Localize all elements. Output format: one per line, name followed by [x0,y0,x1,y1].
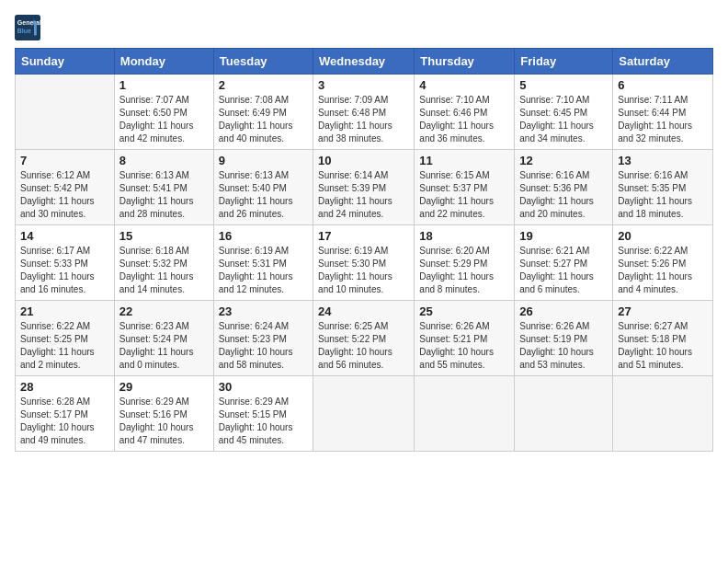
day-info: Sunrise: 6:16 AM Sunset: 5:35 PM Dayligh… [618,169,708,221]
day-number: 20 [618,229,708,243]
calendar-cell: 25Sunrise: 6:26 AM Sunset: 5:21 PM Dayli… [415,301,515,376]
day-info: Sunrise: 7:09 AM Sunset: 6:48 PM Dayligh… [318,94,409,145]
logo: General Blue [15,15,44,40]
day-info: Sunrise: 6:27 AM Sunset: 5:18 PM Dayligh… [618,320,708,372]
calendar-cell [613,376,713,452]
day-info: Sunrise: 6:28 AM Sunset: 5:17 PM Dayligh… [20,396,109,447]
calendar-cell [16,75,115,150]
calendar-week-row: 7Sunrise: 6:12 AM Sunset: 5:42 PM Daylig… [16,150,713,225]
day-number: 3 [318,78,409,92]
calendar-cell: 5Sunrise: 7:10 AM Sunset: 6:45 PM Daylig… [515,75,613,150]
day-info: Sunrise: 6:22 AM Sunset: 5:25 PM Dayligh… [20,320,109,372]
day-number: 29 [119,380,209,394]
day-info: Sunrise: 6:29 AM Sunset: 5:15 PM Dayligh… [219,396,308,447]
day-number: 15 [119,229,209,243]
day-number: 24 [318,304,409,318]
calendar-header-monday: Monday [114,49,213,75]
day-info: Sunrise: 7:08 AM Sunset: 6:49 PM Dayligh… [219,94,308,145]
day-number: 9 [219,154,308,167]
calendar-cell: 17Sunrise: 6:19 AM Sunset: 5:30 PM Dayli… [313,225,415,301]
day-info: Sunrise: 6:18 AM Sunset: 5:32 PM Dayligh… [119,245,209,296]
calendar-cell: 28Sunrise: 6:28 AM Sunset: 5:17 PM Dayli… [16,376,115,452]
day-number: 13 [618,154,708,167]
calendar-header-wednesday: Wednesday [313,49,415,75]
calendar-header-thursday: Thursday [415,49,515,75]
day-info: Sunrise: 7:10 AM Sunset: 6:45 PM Dayligh… [519,94,608,145]
calendar-cell: 23Sunrise: 6:24 AM Sunset: 5:23 PM Dayli… [213,301,313,376]
day-number: 7 [20,154,109,167]
day-info: Sunrise: 6:14 AM Sunset: 5:39 PM Dayligh… [318,169,409,221]
calendar-cell: 16Sunrise: 6:19 AM Sunset: 5:31 PM Dayli… [213,225,313,301]
day-number: 25 [419,304,509,318]
calendar-cell [415,376,515,452]
day-number: 23 [219,304,308,318]
calendar-table: SundayMondayTuesdayWednesdayThursdayFrid… [15,48,713,452]
day-number: 10 [318,154,409,167]
calendar-cell: 18Sunrise: 6:20 AM Sunset: 5:29 PM Dayli… [415,225,515,301]
calendar-cell: 4Sunrise: 7:10 AM Sunset: 6:46 PM Daylig… [415,75,515,150]
calendar-cell: 27Sunrise: 6:27 AM Sunset: 5:18 PM Dayli… [613,301,713,376]
calendar-cell: 12Sunrise: 6:16 AM Sunset: 5:36 PM Dayli… [515,150,613,225]
day-number: 14 [20,229,109,243]
calendar-cell: 21Sunrise: 6:22 AM Sunset: 5:25 PM Dayli… [16,301,115,376]
day-info: Sunrise: 6:15 AM Sunset: 5:37 PM Dayligh… [419,169,509,221]
calendar-header-sunday: Sunday [16,49,115,75]
day-info: Sunrise: 6:29 AM Sunset: 5:16 PM Dayligh… [119,396,209,447]
calendar-cell: 20Sunrise: 6:22 AM Sunset: 5:26 PM Dayli… [613,225,713,301]
calendar-week-row: 14Sunrise: 6:17 AM Sunset: 5:33 PM Dayli… [16,225,713,301]
day-number: 17 [318,229,409,243]
day-info: Sunrise: 6:26 AM Sunset: 5:19 PM Dayligh… [519,320,608,372]
day-info: Sunrise: 7:11 AM Sunset: 6:44 PM Dayligh… [618,94,708,145]
day-number: 30 [219,380,308,394]
day-info: Sunrise: 6:26 AM Sunset: 5:21 PM Dayligh… [419,320,509,372]
day-number: 18 [419,229,509,243]
day-info: Sunrise: 7:07 AM Sunset: 6:50 PM Dayligh… [119,94,209,145]
header: General Blue [15,15,713,40]
calendar-cell: 22Sunrise: 6:23 AM Sunset: 5:24 PM Dayli… [114,301,213,376]
calendar-cell: 11Sunrise: 6:15 AM Sunset: 5:37 PM Dayli… [415,150,515,225]
day-info: Sunrise: 6:19 AM Sunset: 5:30 PM Dayligh… [318,245,409,296]
day-info: Sunrise: 6:13 AM Sunset: 5:40 PM Dayligh… [219,169,308,221]
calendar-cell: 26Sunrise: 6:26 AM Sunset: 5:19 PM Dayli… [515,301,613,376]
calendar-cell: 24Sunrise: 6:25 AM Sunset: 5:22 PM Dayli… [313,301,415,376]
calendar-cell: 8Sunrise: 6:13 AM Sunset: 5:41 PM Daylig… [114,150,213,225]
calendar-cell: 13Sunrise: 6:16 AM Sunset: 5:35 PM Dayli… [613,150,713,225]
calendar-week-row: 21Sunrise: 6:22 AM Sunset: 5:25 PM Dayli… [16,301,713,376]
calendar-cell: 30Sunrise: 6:29 AM Sunset: 5:15 PM Dayli… [213,376,313,452]
day-number: 5 [519,78,608,92]
calendar-cell: 7Sunrise: 6:12 AM Sunset: 5:42 PM Daylig… [16,150,115,225]
day-info: Sunrise: 6:23 AM Sunset: 5:24 PM Dayligh… [119,320,209,372]
calendar-cell: 15Sunrise: 6:18 AM Sunset: 5:32 PM Dayli… [114,225,213,301]
day-number: 21 [20,304,109,318]
day-info: Sunrise: 7:10 AM Sunset: 6:46 PM Dayligh… [419,94,509,145]
day-number: 28 [20,380,109,394]
day-number: 12 [519,154,608,167]
day-number: 8 [119,154,209,167]
svg-text:Blue: Blue [17,28,31,34]
calendar-cell: 19Sunrise: 6:21 AM Sunset: 5:27 PM Dayli… [515,225,613,301]
day-number: 11 [419,154,509,167]
calendar-cell [313,376,415,452]
day-info: Sunrise: 6:20 AM Sunset: 5:29 PM Dayligh… [419,245,509,296]
svg-text:General: General [17,19,40,26]
day-info: Sunrise: 6:19 AM Sunset: 5:31 PM Dayligh… [219,245,308,296]
calendar-cell [515,376,613,452]
calendar-cell: 2Sunrise: 7:08 AM Sunset: 6:49 PM Daylig… [213,75,313,150]
general-blue-logo-icon: General Blue [15,15,40,40]
day-number: 2 [219,78,308,92]
calendar-week-row: 1Sunrise: 7:07 AM Sunset: 6:50 PM Daylig… [16,75,713,150]
day-number: 19 [519,229,608,243]
calendar-header-friday: Friday [515,49,613,75]
calendar-cell: 10Sunrise: 6:14 AM Sunset: 5:39 PM Dayli… [313,150,415,225]
calendar-cell: 9Sunrise: 6:13 AM Sunset: 5:40 PM Daylig… [213,150,313,225]
day-number: 6 [618,78,708,92]
calendar-header-tuesday: Tuesday [213,49,313,75]
day-number: 4 [419,78,509,92]
day-number: 22 [119,304,209,318]
day-info: Sunrise: 6:25 AM Sunset: 5:22 PM Dayligh… [318,320,409,372]
calendar-cell: 6Sunrise: 7:11 AM Sunset: 6:44 PM Daylig… [613,75,713,150]
calendar-header-row: SundayMondayTuesdayWednesdayThursdayFrid… [16,49,713,75]
day-info: Sunrise: 6:17 AM Sunset: 5:33 PM Dayligh… [20,245,109,296]
calendar-header-saturday: Saturday [613,49,713,75]
day-number: 1 [119,78,209,92]
